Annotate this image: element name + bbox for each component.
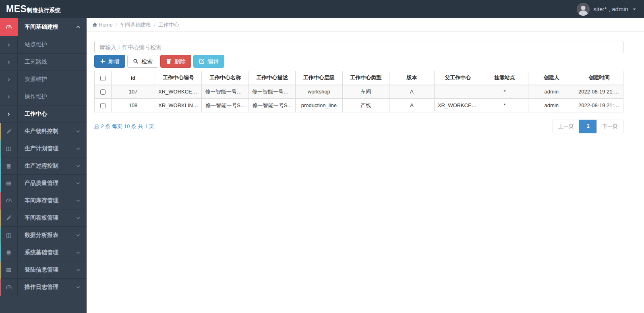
sidebar-item[interactable]: 生产过程控制 [0,158,87,175]
user-label: site:* , admin [593,6,628,12]
sidebar-item[interactable]: 系统基础管理 [0,244,87,261]
sidebar-item[interactable]: 站点维护 [0,36,87,54]
gauge-icon [6,284,12,290]
sidebar-item-label: 工艺路线 [18,54,87,70]
sidebar-item[interactable]: 登陆信息管理 [0,261,87,279]
sidebar-item-label: 操作维护 [18,88,87,105]
table-cell: production_line [296,99,342,112]
column-header: 工作中心层级 [296,71,342,85]
sidebar-item-accent-strip [0,227,1,244]
chevron-down-icon [76,129,81,134]
row-checkbox[interactable] [100,89,106,95]
toolbar: 新增检索删除编辑 [94,55,623,68]
home-icon [92,22,97,27]
column-header: 工作中心描述 [248,71,295,85]
sidebar-item[interactable]: 工艺路线 [0,54,87,71]
sidebar-icon-cell [0,18,18,36]
table-cell: * [481,85,528,99]
breadcrumb-separator: / [116,22,117,28]
breadcrumb-separator: / [154,22,155,28]
sidebar-item[interactable]: 操作维护 [0,88,87,106]
table-cell: 修一智能一号车间 [248,85,295,99]
breadcrumb-item-module[interactable]: 车间基础建模 [120,21,151,29]
table-cell: 修一智能一号S... [248,99,295,112]
column-header: 工作中心类型 [342,71,389,85]
book-icon [6,163,12,169]
user-avatar [577,3,590,16]
sidebar-item-label: 资源维护 [18,71,87,88]
table-cell: admin [528,99,575,112]
table-cell: 108 [112,99,155,112]
table-cell: admin [528,85,575,99]
prev-page-button[interactable]: 上一页 [553,120,580,133]
sidebar-item[interactable]: 产品质量管理 [0,175,87,192]
sidebar-item-accent-strip [0,244,1,261]
sidebar-icon-cell [0,227,18,244]
sidebar-item[interactable]: 车间库存管理 [0,192,87,209]
sidebar-item[interactable]: 数据分析报表 [0,227,87,244]
search-input[interactable] [94,41,623,53]
sidebar-item-accent-strip [0,175,1,192]
sidebar-icon-cell [0,54,18,70]
work-center-table: id工作中心编号工作中心名称工作中心描述工作中心层级工作中心类型版本父工作中心挂… [94,71,623,112]
sidebar-item-label: 车间看板管理 [18,209,76,226]
edit-icon [199,58,205,64]
sidebar-item[interactable]: 操作日志管理 [0,279,87,296]
sidebar-menu: 车间基础建模站点维护工艺路线资源维护操作维护工作中心生产物料控制生产计划管理生产… [0,18,87,296]
delete-button[interactable]: 删除 [160,55,191,68]
sidebar-item-label: 操作日志管理 [18,279,76,296]
row-select-cell [95,99,112,112]
column-header: 工作中心编号 [155,71,202,85]
plus-icon [100,58,106,64]
sidebar-item-label: 工作中心 [18,106,87,122]
list-icon [6,267,12,273]
sidebar-icon-cell [0,209,18,226]
book-icon [6,250,12,256]
record-summary: 总 2 条 每页 10 条 共 1 页 [94,123,154,130]
user-menu[interactable]: site:* , admin [577,3,637,16]
breadcrumb-item-current: 工作中心 [158,21,179,29]
caret-down-icon [632,7,637,12]
sidebar-item-accent-strip [0,209,1,227]
chevron-down-icon [76,250,81,255]
page-number-button[interactable]: 1 [579,120,597,133]
sidebar-item-accent-strip [0,261,1,279]
app-logo[interactable]: MES制造执行系统 [0,4,60,15]
pencil-icon [6,215,12,221]
chevron-right-icon [6,43,11,47]
table-cell: 107 [112,85,155,99]
pagination: 上一页 1 下一页 [553,120,623,133]
sidebar-icon-cell [0,71,18,88]
sidebar-item[interactable]: 生产计划管理 [0,140,87,158]
sidebar-icon-cell [0,192,18,209]
gauge-icon [6,24,12,30]
columns-icon [6,232,12,238]
table-cell: XR_WORKCEN... [434,99,481,112]
next-page-button[interactable]: 下一页 [596,120,623,133]
sidebar-item-label: 登陆信息管理 [18,261,76,278]
sidebar-item-label: 生产过程控制 [18,158,76,174]
sidebar-item-label: 生产计划管理 [18,140,76,157]
table-row[interactable]: 108XR_WORKLINE...修一智能一号S...修一智能一号S...pro… [95,99,623,112]
sidebar-item-accent-strip [0,192,1,209]
topbar: MES制造执行系统 site:* , admin [0,0,644,18]
breadcrumb-home-link[interactable]: Home [92,22,113,28]
search-button[interactable]: 检索 [127,55,158,68]
table-cell: A [389,85,434,99]
select-all-checkbox[interactable] [100,76,106,81]
row-checkbox[interactable] [100,103,106,108]
sidebar-item[interactable]: 工作中心 [0,106,87,123]
table-cell [434,85,481,99]
chevron-down-icon [76,146,81,151]
edit-button[interactable]: 编辑 [193,55,224,68]
sidebar-item[interactable]: 生产物料控制 [0,123,87,140]
sidebar-item[interactable]: 车间基础建模 [0,18,87,36]
sidebar-icon-cell [0,158,18,174]
sidebar-item[interactable]: 资源维护 [0,71,87,88]
sidebar-item[interactable]: 车间看板管理 [0,209,87,227]
sidebar-item-label: 数据分析报表 [18,227,76,244]
table-row[interactable]: 107XR_WORKCEN...修一智能一号车间修一智能一号车间workshop… [95,85,623,99]
button-label: 新增 [108,58,120,64]
column-header: 挂靠站点 [481,71,528,85]
add-button[interactable]: 新增 [94,55,125,68]
